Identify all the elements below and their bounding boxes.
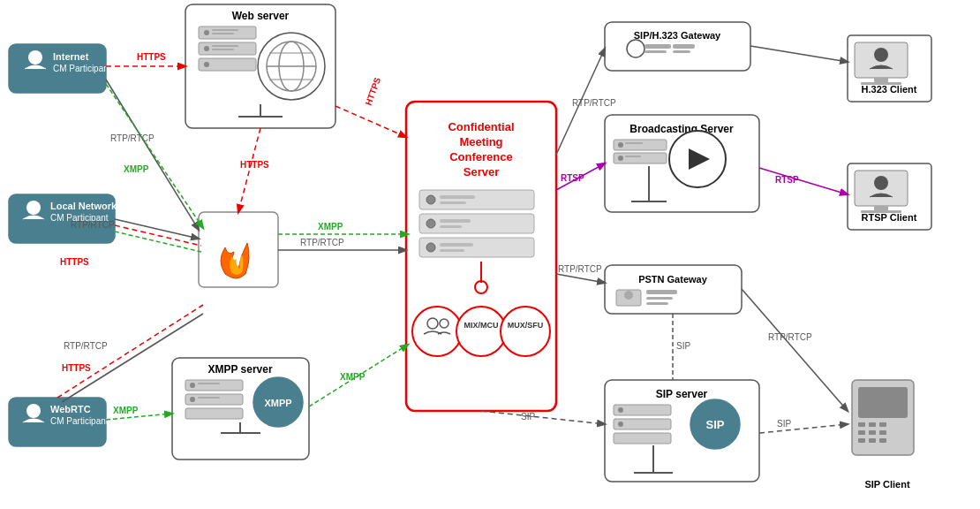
sip-h323-node: SIP/H.323 Gateway	[605, 22, 750, 71]
xmpp-label-3: XMPP	[340, 372, 366, 382]
mix-mcu-label1: MIX/MCU	[464, 321, 499, 330]
xmpp-label-4: XMPP	[318, 222, 343, 232]
rtsp-label-1: RTSP	[561, 173, 584, 183]
svg-point-82	[618, 407, 623, 413]
svg-rect-105	[858, 430, 865, 435]
https-label-3: HTTPS	[364, 76, 383, 107]
internet-cm-node: Internet CM Participant	[9, 44, 111, 93]
svg-rect-109	[869, 438, 876, 443]
rtp-rtcp-label-3: RTP/RTCP	[300, 238, 344, 247]
broadcasting-rtsp-client	[759, 168, 848, 194]
sip-label-3: SIP	[676, 341, 690, 351]
xmpp-server-label: XMPP server	[207, 363, 272, 376]
svg-rect-45	[440, 225, 462, 228]
broadcasting-server-node: Broadcasting Server	[605, 115, 759, 212]
svg-point-76	[624, 291, 633, 300]
conf-server-label2: Meeting	[459, 135, 502, 148]
sip-h323-client-line	[750, 46, 848, 62]
mux-sfu-label1: MUX/SFU	[508, 321, 544, 330]
svg-point-43	[426, 219, 435, 228]
conf-server-node: Confidential Meeting Conference Server M…	[406, 102, 556, 411]
h323-client-node: H.323 Client	[848, 35, 931, 102]
svg-point-84	[618, 422, 623, 427]
architecture-diagram: Internet CM Participant Local Network CM…	[0, 0, 980, 509]
svg-rect-49	[440, 249, 464, 252]
https-label-2: HTTPS	[60, 257, 89, 267]
svg-rect-29	[198, 383, 220, 384]
svg-rect-92	[874, 78, 888, 82]
svg-rect-61	[673, 44, 695, 49]
svg-rect-14	[212, 49, 234, 50]
svg-rect-97	[874, 206, 888, 210]
xmpp-server-node: XMPP server XMPP	[172, 358, 309, 460]
svg-rect-110	[879, 438, 886, 443]
svg-rect-106	[869, 430, 876, 435]
xmpp-label-2: XMPP	[113, 406, 139, 415]
webrtc-cm-node: WebRTC CM Participant	[9, 398, 109, 446]
rtsp-client-label: RTSP Client	[862, 212, 917, 223]
svg-rect-108	[858, 438, 865, 443]
rtsp-label-2: RTSP	[775, 175, 799, 185]
https-label-4: HTTPS	[62, 363, 91, 373]
svg-point-58	[627, 40, 645, 57]
webrtc-label1: WebRTC	[50, 404, 91, 414]
sip-bubble-label: SIP	[706, 418, 725, 431]
svg-rect-104	[879, 422, 886, 427]
https-label-5: HTTPS	[240, 160, 269, 170]
svg-rect-78	[646, 297, 673, 300]
rtp-rtcp-label-7: RTP/RTCP	[768, 332, 812, 342]
svg-rect-41	[440, 201, 466, 204]
broadcasting-label: Broadcasting Server	[629, 123, 734, 135]
rtp-rtcp-label-5: RTP/RTCP	[572, 98, 616, 108]
sip-server-node: SIP server SIP	[605, 380, 759, 482]
conf-pstn-line	[556, 274, 605, 283]
svg-rect-48	[440, 243, 473, 247]
svg-point-16	[204, 62, 209, 67]
webserver-firewall-https	[238, 128, 260, 212]
svg-rect-79	[646, 302, 668, 305]
svg-point-1	[28, 50, 42, 65]
sip-server-label: SIP server	[656, 388, 708, 400]
svg-point-91	[874, 48, 888, 62]
internet-label2-1: CM Participant	[53, 64, 111, 73]
svg-rect-38	[419, 190, 534, 209]
local-label1: Local Network	[50, 201, 117, 211]
svg-rect-101	[858, 387, 908, 418]
svg-rect-13	[212, 45, 238, 47]
svg-rect-69	[625, 156, 641, 157]
h323-client-label: H.323 Client	[862, 84, 917, 95]
svg-rect-9	[212, 29, 238, 31]
sip-label-2: SIP	[777, 419, 791, 429]
svg-rect-10	[212, 33, 234, 34]
pstn-gateway-node: PSTN Gateway	[605, 265, 742, 314]
web-server-label: Web server	[232, 10, 290, 22]
svg-point-39	[426, 195, 435, 204]
xmpp-bubble-label: XMPP	[264, 398, 291, 408]
internet-label1: Internet	[53, 51, 89, 62]
svg-rect-40	[440, 195, 475, 199]
svg-point-47	[426, 243, 435, 252]
https-label-1: HTTPS	[137, 52, 166, 62]
svg-point-31	[190, 397, 195, 402]
svg-rect-103	[869, 422, 876, 427]
svg-point-96	[874, 176, 888, 190]
svg-rect-42	[419, 214, 534, 233]
webrtc-label2: CM Participant	[50, 416, 109, 426]
web-server-node: Web server	[185, 4, 335, 128]
svg-point-12	[204, 46, 209, 51]
sip-server-client-line	[759, 424, 848, 433]
sip-client-label: SIP Client	[864, 479, 909, 490]
conf-server-label3: Conference	[449, 150, 513, 163]
local-cm-node: Local Network CM Participant	[9, 194, 117, 243]
pstn-label: PSTN Gateway	[638, 274, 708, 285]
local-firewall-xmpp	[115, 232, 201, 252]
xmpp-label-1: XMPP	[124, 164, 149, 174]
svg-point-68	[618, 156, 623, 161]
svg-rect-107	[879, 430, 886, 435]
svg-point-3	[26, 201, 41, 215]
firewall-node	[199, 212, 278, 287]
svg-rect-66	[625, 142, 643, 144]
svg-rect-46	[419, 238, 534, 257]
sip-label-1: SIP	[521, 412, 535, 422]
svg-rect-102	[858, 422, 865, 427]
